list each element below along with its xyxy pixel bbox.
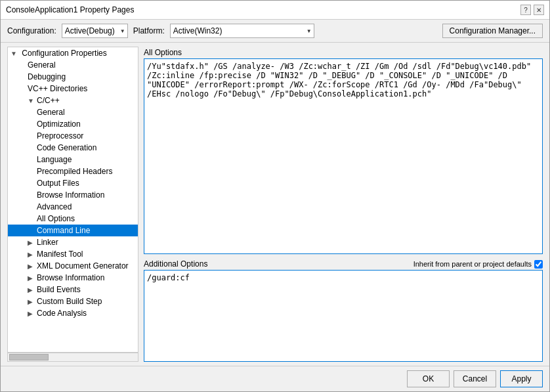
config-select[interactable]: Active(Debug) bbox=[62, 24, 128, 38]
build-expand-icon: ▶ bbox=[28, 286, 37, 294]
tree-item-cpp-pch[interactable]: Precompiled Headers bbox=[8, 165, 138, 177]
tree-item-build-events[interactable]: ▶ Build Events bbox=[8, 284, 138, 295]
additional-options-textarea[interactable]: /guard:cf bbox=[144, 270, 543, 362]
tree-item-manifest[interactable]: ▶ Manifest Tool bbox=[8, 248, 138, 260]
tree-item-cpp-browse[interactable]: Browse Information bbox=[8, 189, 138, 201]
custom-expand-icon: ▶ bbox=[28, 298, 37, 305]
title-bar: ConsoleApplication1 Property Pages ? ✕ bbox=[1, 1, 549, 20]
help-button[interactable]: ? bbox=[520, 5, 531, 15]
cpp-expand-icon: ▼ bbox=[28, 97, 37, 104]
tree-item-cpp-advanced[interactable]: Advanced bbox=[8, 201, 138, 213]
inherit-checkbox[interactable] bbox=[534, 260, 543, 269]
platform-label: Platform: bbox=[133, 26, 165, 35]
tree-item-xml[interactable]: ▶ XML Document Generator bbox=[8, 260, 138, 272]
all-options-header: All Options bbox=[144, 47, 543, 58]
tree-item-cpp-cmdline[interactable]: Command Line bbox=[8, 225, 138, 236]
xml-expand-icon: ▶ bbox=[28, 263, 37, 270]
manifest-expand-icon: ▶ bbox=[28, 251, 37, 258]
config-bar: Configuration: Active(Debug) Platform: A… bbox=[1, 20, 549, 43]
all-options-textarea[interactable]: /Yu"stdafx.h" /GS /analyze- /W3 /Zc:wcha… bbox=[144, 58, 543, 254]
tree-item-debugging[interactable]: Debugging bbox=[8, 71, 138, 83]
dialog-title: ConsoleApplication1 Property Pages bbox=[6, 5, 134, 14]
bottom-bar: OK Cancel Apply bbox=[1, 366, 549, 391]
tree-panel: ▼ Configuration Properties General Debug… bbox=[7, 47, 138, 353]
inherit-text: Inherit from parent or project defaults bbox=[413, 260, 532, 268]
inherit-label[interactable]: Inherit from parent or project defaults bbox=[413, 260, 543, 269]
cancel-button[interactable]: Cancel bbox=[454, 370, 496, 387]
tree-item-cpp-general[interactable]: General bbox=[8, 106, 138, 118]
all-options-section: All Options /Yu"stdafx.h" /GS /analyze- … bbox=[144, 47, 543, 254]
linker-expand-icon: ▶ bbox=[28, 239, 37, 246]
scrollbar-thumb[interactable] bbox=[9, 354, 49, 360]
right-panel: All Options /Yu"stdafx.h" /GS /analyze- … bbox=[144, 47, 543, 362]
additional-options-section: Additional Options Inherit from parent o… bbox=[144, 258, 543, 362]
main-content: ▼ Configuration Properties General Debug… bbox=[1, 43, 549, 366]
tree-item-general-1[interactable]: General bbox=[8, 59, 138, 71]
additional-header-row: Additional Options Inherit from parent o… bbox=[144, 258, 543, 270]
close-button[interactable]: ✕ bbox=[534, 5, 544, 15]
platform-select-wrapper: Active(Win32) bbox=[170, 24, 314, 38]
tree-item-cpp[interactable]: ▼ C/C++ bbox=[8, 95, 138, 106]
tree-horizontal-scrollbar[interactable] bbox=[7, 353, 138, 362]
tree-item-cpp-codegen[interactable]: Code Generation bbox=[8, 142, 138, 154]
apply-button[interactable]: Apply bbox=[500, 370, 543, 387]
tree-item-cpp-preprocessor[interactable]: Preprocessor bbox=[8, 130, 138, 142]
tree-item-custom-build[interactable]: ▶ Custom Build Step bbox=[8, 295, 138, 307]
dialog: ConsoleApplication1 Property Pages ? ✕ C… bbox=[0, 0, 550, 392]
code-expand-icon: ▶ bbox=[28, 310, 37, 317]
tree-item-code-analysis[interactable]: ▶ Code Analysis bbox=[8, 307, 138, 319]
tree-item-cpp-output[interactable]: Output Files bbox=[8, 177, 138, 189]
expand-icon: ▼ bbox=[11, 50, 20, 57]
tree-item-vc-dirs[interactable]: VC++ Directories bbox=[8, 83, 138, 95]
tree-item-cpp-optimization[interactable]: Optimization bbox=[8, 118, 138, 130]
browse-expand-icon: ▶ bbox=[28, 274, 37, 282]
additional-options-header: Additional Options bbox=[144, 258, 207, 270]
platform-select[interactable]: Active(Win32) bbox=[170, 24, 314, 38]
config-label: Configuration: bbox=[7, 26, 56, 35]
tree-root-item[interactable]: ▼ Configuration Properties bbox=[8, 47, 138, 59]
config-manager-button[interactable]: Configuration Manager... bbox=[442, 24, 543, 38]
tree-item-cpp-language[interactable]: Language bbox=[8, 154, 138, 165]
tree-item-linker[interactable]: ▶ Linker bbox=[8, 236, 138, 248]
config-select-wrapper: Active(Debug) bbox=[62, 24, 128, 38]
tree-root-label: Configuration Properties bbox=[22, 49, 106, 58]
ok-button[interactable]: OK bbox=[407, 370, 450, 387]
tree-item-browse-info[interactable]: ▶ Browse Information bbox=[8, 272, 138, 284]
title-bar-buttons: ? ✕ bbox=[520, 5, 544, 15]
tree-item-cpp-alloptions[interactable]: All Options bbox=[8, 213, 138, 225]
left-panel-wrapper: ▼ Configuration Properties General Debug… bbox=[7, 47, 138, 362]
